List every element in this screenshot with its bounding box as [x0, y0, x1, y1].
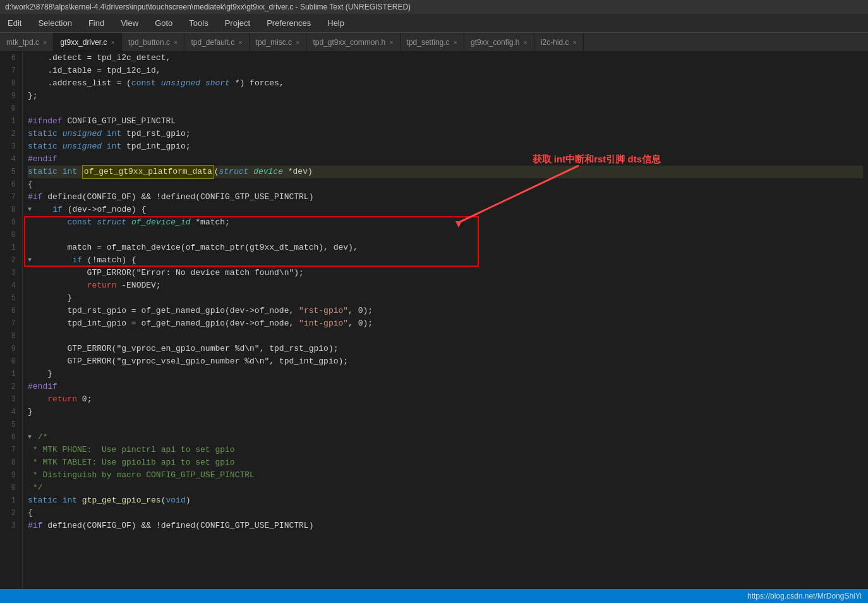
tab-tpd-button[interactable]: tpd_button.c ×	[122, 33, 185, 52]
code-token: struct	[97, 216, 126, 229]
tab-label: tpd_default.c	[191, 38, 234, 47]
tab-gt9xx-driver[interactable]: gt9xx_driver.c ×	[54, 33, 121, 52]
line-num: 3	[6, 267, 16, 279]
code-token: defined(CONFIG_OF) && !defined(CONFIG_GT…	[42, 191, 313, 204]
code-token: * MTK TABLET: Use gpiolib api to set gpi…	[28, 456, 235, 469]
code-token: }	[28, 292, 72, 305]
code-line: #ifndef CONFIG_GTP_USE_PINCTRL	[28, 115, 863, 128]
code-token	[57, 166, 63, 178]
close-icon[interactable]: ×	[573, 39, 577, 46]
line-num: 8	[6, 456, 16, 469]
tab-mtk-tpd[interactable]: mtk_tpd.c ×	[0, 33, 54, 52]
code-token	[92, 216, 97, 229]
code-token: int	[63, 494, 77, 507]
line-num: 7	[6, 317, 16, 330]
tab-label: gt9xx_config.h	[471, 38, 519, 47]
code-token: {	[28, 178, 33, 191]
code-token: if	[72, 254, 82, 267]
close-icon[interactable]: ×	[523, 39, 527, 46]
code-token	[77, 166, 82, 178]
code-token: , 0);	[348, 305, 373, 317]
tab-tpd-default[interactable]: tpd_default.c ×	[184, 33, 249, 52]
line-num: 9	[6, 469, 16, 482]
code-line: #if defined(CONFIG_OF) && !defined(CONFI…	[28, 191, 863, 204]
code-line: ▼ if (dev->of_node) {	[28, 204, 863, 216]
tabbar: mtk_tpd.c × gt9xx_driver.c × tpd_button.…	[0, 33, 868, 52]
line-numbers: 6 7 8 9 0 1 2 3 4 5 6 7 8 9 0 1 2 3 4 5 …	[0, 52, 23, 589]
menu-help[interactable]: Help	[325, 17, 347, 29]
tab-gt9xx-config[interactable]: gt9xx_config.h ×	[464, 33, 534, 52]
line-num: 9	[6, 90, 16, 102]
line-num: 2	[6, 381, 16, 393]
close-icon[interactable]: ×	[389, 39, 393, 46]
code-token: GTP_ERROR("g_vproc_en_gpio_number %d\n",…	[28, 343, 338, 355]
code-token: /*	[33, 431, 47, 444]
tab-tpd-common[interactable]: tpd_gt9xx_common.h ×	[306, 33, 400, 52]
tab-tpd-misc[interactable]: tpd_misc.c ×	[250, 33, 307, 52]
code-token: int	[63, 166, 77, 178]
line-num: 2	[6, 254, 16, 267]
tab-label: tpd_setting.c	[407, 38, 450, 47]
line-num: 4	[6, 406, 16, 418]
close-icon[interactable]: ×	[454, 39, 457, 46]
line-num: 0	[6, 355, 16, 368]
tab-i2c-hid[interactable]: i2c-hid.c ×	[534, 33, 584, 52]
code-token: #if	[28, 191, 42, 204]
line-num: 2	[6, 507, 16, 520]
close-icon[interactable]: ×	[238, 39, 242, 46]
code-line: #endif	[28, 153, 863, 166]
code-token	[28, 330, 33, 343]
menu-goto[interactable]: Goto	[152, 17, 175, 29]
line-num: 5	[6, 166, 16, 178]
line-num: 4	[6, 279, 16, 292]
tab-tpd-setting[interactable]: tpd_setting.c ×	[401, 33, 464, 52]
code-token: gtp_get_gpio_res	[82, 494, 161, 507]
menu-view[interactable]: View	[118, 17, 141, 29]
menu-find[interactable]: Find	[86, 17, 107, 29]
fold-icon: ▼	[28, 431, 32, 444]
code-line: static int gtp_get_gpio_res(void)	[28, 494, 863, 507]
line-num: 1	[6, 115, 16, 128]
menubar: Edit Selection Find View Goto Tools Proj…	[0, 14, 868, 33]
code-token: 0;	[77, 393, 92, 406]
code-token	[126, 216, 131, 229]
close-icon[interactable]: ×	[174, 39, 178, 46]
code-token	[102, 128, 107, 140]
code-token: -ENODEV;	[116, 279, 160, 292]
menu-selection[interactable]: Selection	[35, 17, 74, 29]
code-line: */	[28, 482, 863, 494]
code-token: return	[87, 279, 117, 292]
line-num: 8	[6, 330, 16, 343]
code-token	[33, 254, 72, 267]
close-icon[interactable]: ×	[111, 39, 115, 46]
code-token: const	[131, 77, 156, 90]
menu-edit[interactable]: Edit	[5, 17, 24, 29]
code-line	[28, 229, 863, 241]
code-token: #endif	[28, 153, 57, 166]
menu-preferences[interactable]: Preferences	[264, 17, 313, 29]
code-token: device	[253, 166, 283, 178]
code-token	[28, 279, 87, 292]
close-icon[interactable]: ×	[43, 39, 47, 46]
code-line	[28, 102, 863, 115]
code-token: tpd_rst_gpio;	[121, 128, 190, 140]
line-num: 9	[6, 343, 16, 355]
line-num: 1	[6, 241, 16, 254]
code-line: .detect = tpd_i2c_detect,	[28, 52, 863, 64]
code-token	[156, 77, 161, 90]
code-line: {	[28, 507, 863, 520]
menu-tools[interactable]: Tools	[186, 17, 210, 29]
code-token: * Distinguish by macro CONFIG_GTP_USE_PI…	[28, 469, 255, 482]
line-num: 0	[6, 482, 16, 494]
code-token	[248, 166, 253, 178]
code-token: unsigned	[63, 140, 102, 153]
code-line: #if defined(CONFIG_OF) && !defined(CONFI…	[28, 520, 863, 532]
line-num: 6	[6, 305, 16, 317]
code-area[interactable]: .detect = tpd_i2c_detect, .id_table = tp…	[23, 52, 868, 589]
close-icon[interactable]: ×	[296, 39, 299, 46]
menu-project[interactable]: Project	[222, 17, 253, 29]
code-token: const	[67, 216, 92, 229]
statusbar: https://blog.csdn.net/MrDongShiYi	[0, 589, 868, 603]
code-token: (!match) {	[82, 254, 136, 267]
code-line: * MTK TABLET: Use gpiolib api to set gpi…	[28, 456, 863, 469]
